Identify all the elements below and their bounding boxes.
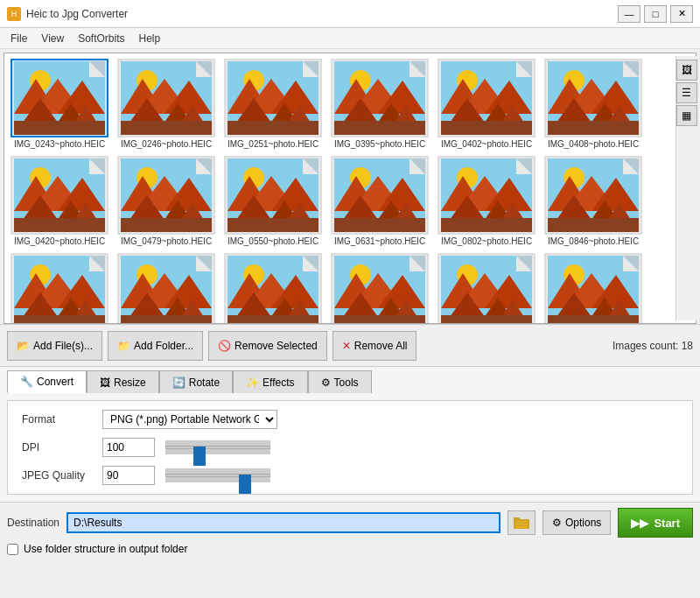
list-item[interactable]: IMG_0246~photo.HEIC [115, 57, 218, 151]
svg-rect-85 [121, 218, 212, 232]
options-label: Options [565, 517, 601, 529]
thumbnail-label: IMG_0631~photo.HEIC [334, 236, 425, 246]
view-sidebar: 🖼 ☰ ▦ [676, 56, 696, 320]
menu-file[interactable]: File [4, 31, 34, 46]
tab-rotate[interactable]: 🔄 Rotate [159, 370, 233, 393]
dpi-slider-wrap [165, 440, 270, 454]
folder-structure-row: Use folder structure in output folder [0, 543, 700, 559]
effects-tab-label: Effects [262, 376, 294, 389]
list-item[interactable]: IMG_0243~photo.HEIC [8, 57, 111, 151]
list-item[interactable]: IMG_0900~photo.HEIC [8, 251, 111, 324]
rotate-tab-label: Rotate [189, 376, 220, 389]
thumbnail-label: IMG_0402~photo.HEIC [441, 139, 532, 149]
menu-softorbits[interactable]: SoftOrbits [71, 31, 131, 46]
svg-rect-41 [334, 121, 425, 135]
thumbnail-label: IMG_0802~photo.HEIC [441, 236, 532, 246]
list-item[interactable]: IMG_0420~photo.HEIC [8, 154, 111, 248]
dpi-slider[interactable] [165, 440, 270, 454]
thumbnail-label: IMG_0846~photo.HEIC [548, 236, 639, 246]
tab-convert[interactable]: 🔧 Convert [7, 370, 87, 393]
minimize-button[interactable]: — [618, 5, 640, 23]
thumbnail-label: IMG_0550~photo.HEIC [228, 236, 318, 246]
svg-rect-118 [441, 218, 532, 232]
list-item[interactable]: IMG_0395~photo.HEIC [328, 57, 431, 151]
list-item[interactable]: IMG_0408~photo.HEIC [542, 57, 645, 151]
svg-rect-52 [441, 121, 532, 135]
list-item[interactable]: IMG_0912~photo.HEIC [115, 251, 218, 324]
list-item[interactable]: IMG_0479~photo.HEIC [115, 154, 218, 248]
close-button[interactable]: ✕ [670, 5, 693, 23]
thumbnail-label: IMG_0408~photo.HEIC [548, 139, 639, 149]
svg-rect-8 [14, 121, 105, 135]
format-select[interactable]: PNG (*.png) Portable Network Graphics JP… [102, 410, 277, 429]
maximize-button[interactable]: □ [644, 5, 667, 23]
format-label: Format [22, 413, 92, 426]
list-item[interactable]: IMG_0846~photo.HEIC [542, 154, 645, 248]
menu-help[interactable]: Help [132, 31, 168, 46]
effects-tab-icon: ✨ [246, 376, 259, 389]
destination-browse-button[interactable] [508, 510, 536, 535]
add-folder-label: Add Folder... [134, 340, 193, 352]
jpeg-quality-label: JPEG Quality [22, 469, 92, 482]
jpeg-quality-slider[interactable] [165, 468, 270, 482]
tools-tab-icon: ⚙ [321, 376, 331, 389]
list-item[interactable]: IMG_0251~photo.HEIC [221, 57, 325, 151]
svg-rect-30 [228, 121, 318, 135]
list-item[interactable]: IMG_0402~photo.HEIC [435, 57, 538, 151]
list-item[interactable]: IMG_0966~photo.HEIC [328, 251, 431, 324]
dpi-label: DPI [22, 441, 92, 454]
thumbnail-label: IMG_0479~photo.HEIC [121, 236, 212, 246]
svg-rect-151 [121, 315, 212, 324]
start-button[interactable]: ▶▶ Start [618, 508, 693, 538]
remove-selected-button[interactable]: 🚫 Remove Selected [208, 331, 327, 361]
add-folder-button[interactable]: 📁 Add Folder... [108, 331, 203, 361]
svg-rect-195 [548, 315, 639, 324]
options-button[interactable]: ⚙ Options [542, 510, 611, 535]
images-count: Images count: 18 [612, 340, 693, 352]
add-files-label: Add File(s)... [33, 340, 93, 352]
thumbnail-view-button[interactable]: 🖼 [676, 60, 697, 81]
svg-rect-63 [548, 121, 639, 135]
resize-tab-icon: 🖼 [100, 376, 110, 389]
list-item[interactable]: IMG_0935~photo.HEIC [221, 251, 325, 324]
list-item[interactable]: IMG_1002~photo.HEIC [542, 251, 645, 324]
list-item[interactable]: IMG_0988~photo.HEIC [435, 251, 538, 324]
folder-structure-checkbox[interactable] [7, 544, 18, 555]
thumbnail-grid[interactable]: IMG_0243~photo.HEIC IMG_0246~photo.HEIC [4, 53, 696, 324]
list-item[interactable]: IMG_0550~photo.HEIC [221, 154, 325, 248]
add-files-button[interactable]: 📂 Add File(s)... [7, 331, 102, 361]
settings-form: Format PNG (*.png) Portable Network Grap… [7, 400, 693, 495]
thumbnail-label: IMG_0243~photo.HEIC [14, 139, 105, 149]
menu-view[interactable]: View [34, 31, 71, 46]
tools-tab-label: Tools [334, 376, 359, 389]
remove-all-button[interactable]: ✕ Remove All [332, 331, 417, 361]
svg-rect-107 [334, 218, 425, 232]
svg-rect-173 [334, 315, 425, 324]
svg-rect-19 [121, 121, 212, 135]
rotate-tab-icon: 🔄 [172, 376, 186, 389]
tab-tools[interactable]: ⚙ Tools [308, 370, 372, 393]
convert-panel: 🔧 Convert 🖼 Resize 🔄 Rotate ✨ Effects ⚙ … [0, 366, 700, 502]
tab-resize[interactable]: 🖼 Resize [87, 370, 159, 393]
tab-effects[interactable]: ✨ Effects [233, 370, 307, 393]
remove-all-label: Remove All [354, 340, 408, 352]
svg-rect-184 [441, 315, 532, 324]
list-view-button[interactable]: ☰ [676, 82, 697, 103]
convert-tab-icon: 🔧 [20, 376, 33, 388]
svg-rect-162 [228, 315, 318, 324]
grid-view-button[interactable]: ▦ [676, 105, 697, 126]
jpeg-quality-row: JPEG Quality [22, 466, 678, 485]
svg-rect-140 [14, 315, 105, 324]
dpi-row: DPI [22, 438, 678, 457]
format-row: Format PNG (*.png) Portable Network Grap… [22, 410, 678, 429]
folder-structure-label: Use folder structure in output folder [24, 543, 187, 555]
svg-rect-74 [14, 218, 105, 232]
jpeg-quality-input[interactable] [102, 466, 155, 485]
window-title: Heic to Jpg Converter [26, 8, 128, 20]
thumbnail-label: IMG_0420~photo.HEIC [14, 236, 105, 246]
list-item[interactable]: IMG_0631~photo.HEIC [328, 154, 431, 248]
dpi-input[interactable] [102, 438, 155, 457]
list-item[interactable]: IMG_0802~photo.HEIC [435, 154, 538, 248]
thumbnail-label: IMG_0251~photo.HEIC [228, 139, 318, 149]
destination-input[interactable] [66, 512, 500, 533]
